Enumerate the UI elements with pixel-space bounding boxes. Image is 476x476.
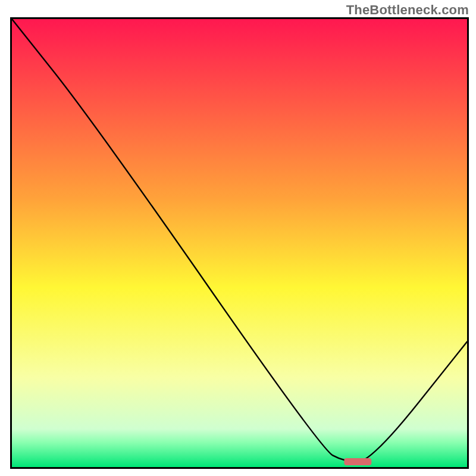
chart-frame: TheBottleneck.com xyxy=(0,0,476,476)
gradient-fill xyxy=(12,19,467,467)
optimal-band-marker xyxy=(344,458,371,465)
plot-area xyxy=(10,17,469,469)
chart-svg xyxy=(12,19,467,467)
watermark-text: TheBottleneck.com xyxy=(346,2,469,18)
